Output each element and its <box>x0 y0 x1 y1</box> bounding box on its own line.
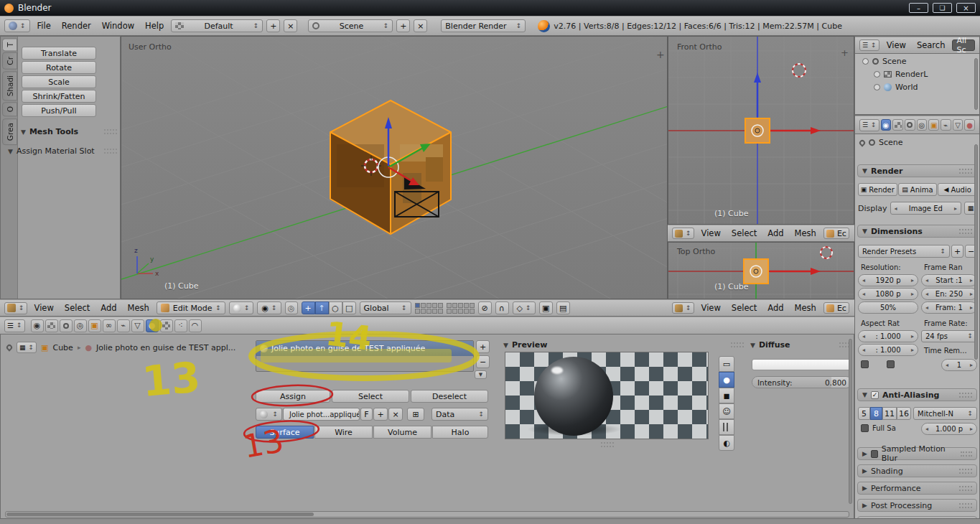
tab-render[interactable]: ◉ <box>881 119 892 131</box>
copy-material-button[interactable]: ⊞ <box>407 408 424 421</box>
menu-view[interactable]: View <box>31 302 57 314</box>
panel-grip-icon[interactable] <box>959 486 972 491</box>
screen-layout-selector[interactable]: Default↕ <box>171 19 263 32</box>
menu-select[interactable]: Select <box>61 302 93 314</box>
panel-grip-icon[interactable] <box>104 129 117 134</box>
toolshelf-tab-options[interactable]: O <box>2 102 17 116</box>
outliner-row-renderlayers[interactable]: RenderL <box>855 67 979 80</box>
transform-orientation-selector[interactable]: Global↕ <box>360 301 411 314</box>
new-material-button[interactable]: + <box>373 408 388 421</box>
link-mode-selector[interactable]: Data↕ <box>431 408 488 421</box>
outliner-display-filter[interactable]: All Sc <box>952 39 975 51</box>
panel-grip-icon[interactable] <box>959 169 972 174</box>
tab-world[interactable]: ◎ <box>74 319 87 332</box>
tab-scene[interactable] <box>60 319 73 332</box>
tab-world[interactable]: ◎ <box>917 119 928 131</box>
editor-type-3dview-button[interactable]: ↕ <box>672 228 694 239</box>
panel-grip-icon[interactable] <box>959 469 972 474</box>
remove-material-slot-button[interactable]: − <box>476 355 490 368</box>
material-slot-row-selected[interactable]: Jolie photo en guise de TEST appliquée <box>256 341 473 356</box>
material-specials-button[interactable]: ▼ <box>475 370 487 379</box>
frame-end-field[interactable]: ◂En: 250▸ <box>921 288 977 300</box>
preview-monkey-button[interactable]: ☺ <box>719 403 734 419</box>
diffuse-panel-header[interactable]: ▼ Diffuse <box>750 340 852 350</box>
motion-blur-checkbox[interactable] <box>871 450 878 458</box>
pin-icon[interactable] <box>5 343 13 351</box>
render-presets-selector[interactable]: Render Presets↕ <box>858 245 950 258</box>
menu-add[interactable]: Add <box>97 302 120 314</box>
preview-panel-header[interactable]: ▼ Preview <box>503 340 744 350</box>
tab-object[interactable]: ▣ <box>928 119 939 131</box>
material-type-volume-button[interactable]: Volume <box>373 426 431 439</box>
resolution-percent-slider[interactable]: 50% <box>858 301 918 314</box>
menu-view[interactable]: View <box>698 228 724 239</box>
tab-particles[interactable]: ⁖ <box>174 319 187 332</box>
preview-cube-button[interactable]: ◼ <box>719 388 734 403</box>
aa-samples-16-button[interactable]: 16 <box>897 407 911 420</box>
browse-id-button[interactable]: ▦↕ <box>17 342 37 353</box>
aspect-y-field[interactable]: ◂: 1.000▸ <box>858 344 918 356</box>
menu-window[interactable]: Window <box>98 20 138 32</box>
material-type-halo-button[interactable]: Halo <box>432 426 488 439</box>
lock-to-scene-button[interactable]: ⊘ <box>478 301 492 314</box>
close-button[interactable]: × <box>956 3 976 13</box>
menu-mesh[interactable]: Mesh <box>124 302 153 314</box>
frame-step-field[interactable]: ◂Fram: 1▸ <box>921 301 977 314</box>
resolution-x-field[interactable]: ◂1920 p▸ <box>858 274 918 286</box>
toolshelf-tab-tools[interactable]: T <box>2 38 17 51</box>
menu-mesh[interactable]: Mesh <box>791 228 820 239</box>
panel-grip-icon[interactable] <box>961 452 972 457</box>
fps-selector[interactable]: 24 fps↕ <box>921 330 977 342</box>
tab-constraints[interactable]: ∞ <box>103 319 116 332</box>
preview-world-sphere-button[interactable]: ◐ <box>719 435 734 451</box>
tab-render[interactable]: ◉ <box>31 319 44 332</box>
editor-type-outliner-button[interactable]: ☰↕ <box>859 39 879 51</box>
tab-texture[interactable] <box>160 319 173 332</box>
editor-type-info-button[interactable]: ↕ <box>4 19 30 32</box>
manipulator-scale-button[interactable]: □ <box>342 301 356 314</box>
panel-grip-icon[interactable] <box>959 229 972 234</box>
snap-element-selector[interactable]: ◇↕ <box>513 301 536 314</box>
aa-samples-5-button[interactable]: 5 <box>858 407 870 420</box>
post-processing-panel-header[interactable]: ▶ Post Processing <box>857 499 977 512</box>
assign-button[interactable]: Assign <box>256 390 330 403</box>
browse-material-button[interactable]: ↕ <box>256 408 282 421</box>
hscrollbar-thumb[interactable] <box>6 513 314 516</box>
resolution-y-field[interactable]: ◂1080 p▸ <box>858 288 918 300</box>
outliner-row-scene[interactable]: Scene <box>855 54 979 67</box>
snap-toggle-button[interactable]: ∩ <box>495 301 509 314</box>
menu-select[interactable]: Select <box>728 228 760 239</box>
tool-rotate-button[interactable]: Rotate <box>22 61 96 74</box>
material-editor-hscrollbar-track[interactable] <box>5 511 849 518</box>
tab-data[interactable]: ▽ <box>131 319 144 332</box>
pin-icon[interactable] <box>858 139 866 146</box>
tab-modifiers[interactable]: ⌁ <box>117 319 130 332</box>
menu-mesh[interactable]: Mesh <box>791 302 820 314</box>
outliner-scrollbar[interactable] <box>974 58 978 110</box>
menu-add[interactable]: Add <box>764 302 787 314</box>
tool-scale-button[interactable]: Scale <box>22 75 96 88</box>
interaction-mode-selector[interactable]: Edit Mode↕ <box>157 301 225 314</box>
menu-select[interactable]: Select <box>728 302 760 314</box>
tab-modifiers[interactable]: ⌁ <box>941 119 951 131</box>
scene-selector[interactable]: Scene↕ <box>308 19 393 32</box>
outliner-row-world[interactable]: World <box>855 80 979 93</box>
toolshelf-tab-create[interactable]: Cr <box>2 52 17 70</box>
anti-aliasing-checkbox[interactable]: ✓ <box>871 391 879 399</box>
material-type-surface-button[interactable]: Surface <box>256 426 314 439</box>
add-material-slot-button[interactable]: + <box>476 340 490 353</box>
material-type-wire-button[interactable]: Wire <box>314 426 373 439</box>
tab-material[interactable]: ● <box>146 319 159 332</box>
panel-grip-icon[interactable] <box>959 393 972 398</box>
manipulator-rotate-button[interactable]: ○ <box>329 301 342 314</box>
performance-panel-header[interactable]: ▶ Performance <box>857 482 977 495</box>
border-checkbox[interactable] <box>861 360 869 368</box>
frame-start-field[interactable]: ◂Start :1▸ <box>921 274 977 286</box>
preview-hair-button[interactable] <box>719 419 734 435</box>
viewport-top[interactable]: Top Ortho (1) Cube <box>668 242 854 299</box>
expand-dot-icon[interactable] <box>874 84 880 90</box>
unlink-material-button[interactable]: × <box>388 408 403 421</box>
toolshelf-tab-grease[interactable]: Grea <box>2 118 17 145</box>
properties-scrollbar[interactable] <box>974 144 978 360</box>
tool-push-pull-button[interactable]: Push/Pull <box>22 104 96 117</box>
